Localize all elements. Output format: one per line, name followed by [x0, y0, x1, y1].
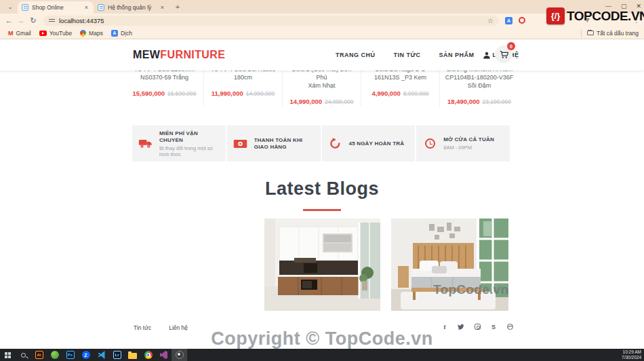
translate-icon[interactable]: A [505, 17, 512, 24]
new-tab-button[interactable]: + [172, 1, 183, 12]
start-button[interactable] [0, 349, 16, 361]
product-old-price: 24,990,000 [325, 98, 354, 105]
product-old-price: 14,990,000 [246, 90, 275, 97]
bookmarks-bar: M Gmail YouTube Maps A Dịch Tất cả dấu t… [0, 27, 644, 39]
site-settings-icon[interactable] [49, 18, 55, 24]
feature-title: MIỄN PHÍ VẬN CHUYỂN [159, 130, 220, 144]
taskbar-illustrator[interactable]: Ai [31, 349, 47, 361]
all-bookmarks-button[interactable]: Tất cả dấu trang [587, 30, 639, 37]
feature-returns: 45 NGÀY HOÀN TRẢ [322, 126, 416, 162]
windows-icon [5, 352, 11, 358]
search-icon [21, 353, 26, 358]
green-app-icon [51, 351, 59, 359]
tab-favicon-icon [98, 4, 104, 11]
lightroom-icon: Lr [113, 351, 121, 359]
illustrator-icon: Ai [35, 351, 43, 359]
product-name-line2: NS0370-59 Trắng [129, 73, 199, 81]
product-card[interactable]: Tủ TV 4 Cửa 2200mm NS0370-59 Trắng 15,59… [125, 65, 204, 107]
feature-open-hours: MỞ CỬA CẢ TUẦN8AM - 09PM [416, 126, 510, 162]
browser-tab-shop-online[interactable]: Shop Online × [18, 1, 94, 14]
feature-subtitle: Bị thay đổi trong một số hình thức [159, 145, 220, 157]
product-price: 4,990,000 [371, 90, 400, 97]
logo-furniture: FURNITURE [160, 49, 225, 60]
nav-san-pham[interactable]: SẢN PHẨM [439, 52, 474, 58]
account-button[interactable] [483, 50, 491, 62]
product-name-line2: 180cm [208, 73, 278, 81]
file-explorer-icon [128, 353, 137, 359]
reload-icon[interactable]: ↻ [27, 16, 39, 25]
taskbar-vscode[interactable] [94, 349, 109, 361]
taskbar-obs[interactable] [172, 349, 187, 361]
translate-icon: A [111, 30, 118, 37]
tab-title: Hệ thống quản lý [108, 4, 156, 11]
opera-extension-icon[interactable] [519, 17, 525, 24]
tab-close-icon[interactable]: × [159, 4, 165, 11]
clock-date: 7/30/2024 [622, 355, 641, 360]
tab-close-icon[interactable]: × [83, 4, 89, 11]
photoshop-icon: Ps [66, 351, 75, 359]
logo-mew: MEW [133, 49, 160, 60]
bookmark-star-icon[interactable]: ☆ [487, 17, 494, 24]
divider [581, 29, 582, 37]
tab-search-chevron-icon[interactable]: ⌄ [4, 1, 16, 12]
product-price: 15,590,000 [132, 90, 165, 97]
product-old-price: 23,190,000 [483, 98, 512, 105]
gmail-icon: M [8, 30, 14, 37]
taskbar-photoshop[interactable]: Ps [62, 349, 78, 361]
taskbar-lightroom[interactable]: Lr [109, 349, 125, 361]
browser-tab-admin[interactable]: Hệ thống quản lý × [94, 1, 169, 14]
nav-trang-chu[interactable]: TRANG CHỦ [336, 52, 376, 58]
product-price: 18,490,000 [447, 98, 480, 105]
tab-title: Shop Online [32, 4, 80, 11]
taskbar-visual-studio[interactable] [156, 349, 172, 361]
taskbar-file-explorer[interactable] [125, 349, 140, 361]
feature-cod: THANH TOÁN KHI GIAO HÀNG [227, 126, 321, 162]
tab-favicon-icon [22, 4, 28, 11]
feature-free-shipping: MIỄN PHÍ VẬN CHUYỂNBị thay đổi trong một… [132, 126, 226, 162]
bookmark-label: Dịch [121, 30, 132, 37]
address-bar[interactable]: localhost:44375 ☆ [43, 16, 499, 26]
bookmark-maps[interactable]: Maps [80, 30, 103, 37]
return-arrow-icon [327, 138, 344, 149]
product-card[interactable]: Tủ TV 4 Cửa Sồi Russo 180cm 11,990,00014… [204, 65, 283, 107]
site-logo[interactable]: MEWFURNITURE [133, 49, 225, 61]
zalo-icon: Z [82, 351, 90, 359]
back-icon[interactable]: ← [3, 16, 15, 24]
forward-icon[interactable]: → [15, 16, 27, 24]
topcode-watermark-logo: {/} TOPCODE.VN [546, 7, 644, 24]
blog-image-bedroom[interactable]: TopCode.vn [391, 218, 508, 314]
taskbar-clock[interactable]: 10:29 AM 7/30/2024 [622, 349, 641, 360]
product-card[interactable]: Giường Moment Hi Kem CP1104B1-180200-V36… [440, 65, 519, 107]
bookmark-label: Maps [89, 30, 103, 37]
product-price: 14,990,000 [289, 98, 322, 105]
taskbar-zalo[interactable]: Z [78, 349, 94, 361]
maps-pin-icon [79, 28, 87, 37]
cart-icon [500, 50, 508, 59]
product-name-line2: CP1104B1-180200-V36F Sồi Đậm [444, 73, 515, 90]
blog-image-kitchen[interactable] [264, 218, 380, 314]
screen: ⌄ Shop Online × Hệ thống quản lý × + — ▢… [0, 0, 644, 361]
feature-title: MỞ CỬA CẢ TUẦN [443, 136, 494, 143]
bookmark-translate[interactable]: A Dịch [111, 30, 132, 37]
feature-subtitle: 8AM - 09PM [443, 145, 494, 151]
main-nav: TRANG CHỦ TIN TỨC SẢN PHẨM LIÊN HỆ [336, 39, 519, 71]
image-watermark-text: TopCode.vn [433, 282, 508, 297]
nav-tin-tuc[interactable]: TIN TỨC [394, 52, 421, 58]
product-name-line2: 161N13S _P3 Kem [365, 73, 435, 81]
taskbar-chrome[interactable] [140, 349, 156, 361]
product-card[interactable]: Sofa 2 (Góc Trái) Sơn Phủ Xám Nhạt 14,99… [283, 65, 361, 107]
chrome-icon [144, 351, 153, 359]
taskbar-search[interactable] [16, 349, 31, 361]
heading-underline [303, 209, 341, 211]
bookmark-youtube[interactable]: YouTube [39, 30, 72, 37]
product-card[interactable]: Sofa Da Naga S-S 161N13S _P3 Kem 4,990,0… [361, 65, 440, 107]
obs-icon [176, 351, 184, 359]
user-icon [483, 51, 491, 60]
truck-icon [138, 138, 154, 149]
blog-images: TopCode.vn [264, 218, 508, 314]
visual-studio-icon [160, 351, 167, 359]
taskbar-green-app[interactable] [47, 349, 62, 361]
bookmark-gmail[interactable]: M Gmail [8, 30, 31, 37]
feature-title: 45 NGÀY HOÀN TRẢ [349, 140, 405, 147]
url-text[interactable]: localhost:44375 [59, 17, 483, 24]
